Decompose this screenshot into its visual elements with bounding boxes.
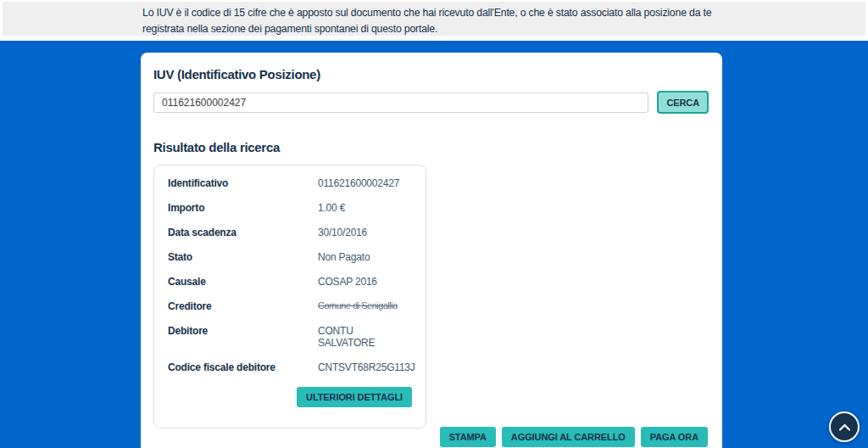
result-row-identificativo: Identificativo 011621600002427 xyxy=(168,177,412,189)
result-row-causale: Causale COSAP 2016 xyxy=(168,276,412,288)
info-banner-text-line2: registrata nella sezione dei pagamenti s… xyxy=(142,21,865,37)
result-value: COSAP 2016 xyxy=(318,276,377,288)
stampa-button[interactable]: STAMPA xyxy=(440,427,496,447)
result-value: Non Pagato xyxy=(318,251,370,263)
result-panel: Identificativo 011621600002427 Importo 1… xyxy=(153,165,426,428)
actions-row: STAMPA AGGIUNGI AL CARRELLO PAGA ORA xyxy=(440,427,708,447)
result-value: 011621600002427 xyxy=(318,177,399,189)
info-banner: Lo IUV è il codice di 15 cifre che è app… xyxy=(0,0,868,41)
result-value: 1.00 € xyxy=(318,202,345,214)
ulteriori-dettagli-button[interactable]: ULTERIORI DETTAGLI xyxy=(297,387,412,407)
result-label: Causale xyxy=(168,276,318,288)
result-value-redacted: Comune di Senigallia xyxy=(318,300,398,312)
paga-ora-button[interactable]: PAGA ORA xyxy=(641,427,708,447)
cerca-button[interactable]: CERCA xyxy=(657,91,709,114)
scroll-to-top-button[interactable] xyxy=(829,412,860,442)
result-row-importo: Importo 1.00 € xyxy=(168,202,412,214)
result-value: CNTSVT68R25G113J xyxy=(318,361,415,373)
result-row-stato: Stato Non Pagato xyxy=(168,251,412,263)
aggiungi-al-carrello-button[interactable]: AGGIUNGI AL CARRELLO xyxy=(502,427,635,447)
result-label: Codice fiscale debitore xyxy=(168,361,318,373)
info-banner-box: Lo IUV è il codice di 15 cifre che è app… xyxy=(3,2,865,36)
result-label: Importo xyxy=(168,202,318,214)
result-row-codice-fiscale: Codice fiscale debitore CNTSVT68R25G113J xyxy=(168,361,412,373)
result-label: Identificativo xyxy=(168,177,318,189)
result-row-creditore: Creditore Comune di Senigallia xyxy=(168,300,412,312)
result-label: Creditore xyxy=(168,300,318,312)
result-value: CONTU SALVATORE xyxy=(318,325,412,349)
result-value: 30/10/2016 xyxy=(318,227,367,238)
chevron-up-icon xyxy=(838,423,851,431)
result-label: Debitore xyxy=(168,325,318,349)
result-row-data-scadenza: Data scadenza 30/10/2016 xyxy=(168,227,412,238)
info-banner-text-line1: Lo IUV è il codice di 15 cifre che è app… xyxy=(142,5,865,21)
results-title: Risultato della ricerca xyxy=(153,140,709,154)
iuv-search-card: IUV (Identificativo Posizione) CERCA Ris… xyxy=(141,53,722,448)
result-label: Stato xyxy=(168,251,318,263)
page-title: IUV (Identificativo Posizione) xyxy=(153,67,709,81)
search-row: CERCA xyxy=(153,91,709,114)
iuv-input[interactable] xyxy=(153,92,648,113)
result-row-debitore: Debitore CONTU SALVATORE xyxy=(168,325,412,349)
result-label: Data scadenza xyxy=(168,227,318,238)
